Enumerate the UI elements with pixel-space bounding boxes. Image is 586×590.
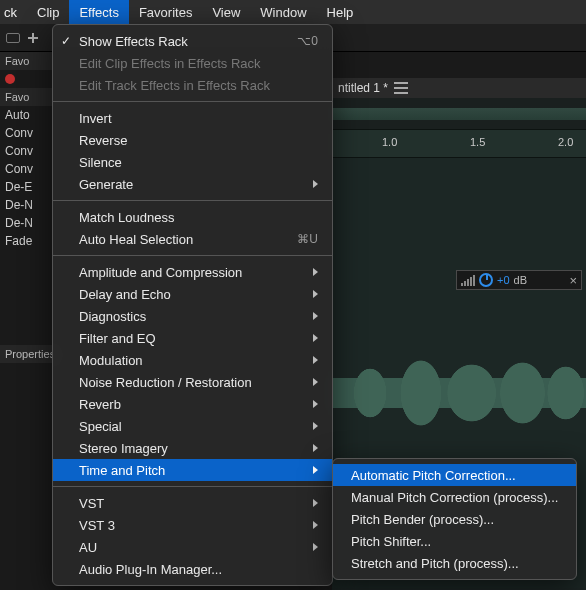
record-icon[interactable] <box>5 74 15 84</box>
menu-item-label: VST <box>79 496 104 511</box>
menu-item-amplitude[interactable]: Amplitude and Compression <box>53 261 332 283</box>
ruler-tick: 1.5 <box>470 136 485 148</box>
menu-item-label: Pitch Bender (process)... <box>351 512 494 527</box>
menu-shortcut: ⌥0 <box>297 34 318 48</box>
close-icon[interactable]: × <box>569 273 577 288</box>
submenu-item-manual-pitch-correction[interactable]: Manual Pitch Correction (process)... <box>333 486 576 508</box>
ruler-tick: 1.0 <box>382 136 397 148</box>
menu-item-au[interactable]: AU <box>53 536 332 558</box>
waveform <box>332 308 586 478</box>
menu-separator <box>53 486 332 487</box>
menu-item-label: Auto Heal Selection <box>79 232 193 247</box>
submenu-arrow-icon <box>313 268 318 276</box>
tab-menu-icon[interactable] <box>394 82 408 94</box>
menu-item-label: Show Effects Rack <box>79 34 188 49</box>
submenu-arrow-icon <box>313 499 318 507</box>
side-panel: Favo Favo Auto Conv Conv Conv De-E De-N … <box>0 52 52 250</box>
tab-title[interactable]: ntitled 1 * <box>338 81 388 95</box>
menu-item-reverb[interactable]: Reverb <box>53 393 332 415</box>
menu-favorites[interactable]: Favorites <box>129 0 202 24</box>
menu-item-label: Generate <box>79 177 133 192</box>
submenu-arrow-icon <box>313 356 318 364</box>
submenu-item-pitch-bender[interactable]: Pitch Bender (process)... <box>333 508 576 530</box>
menu-separator <box>53 101 332 102</box>
waveform-icon[interactable] <box>6 33 20 43</box>
menu-window[interactable]: Window <box>250 0 316 24</box>
submenu-arrow-icon <box>313 378 318 386</box>
menu-help[interactable]: Help <box>317 0 364 24</box>
submenu-arrow-icon <box>313 466 318 474</box>
menu-item-label: Reverse <box>79 133 127 148</box>
menu-item-label: Time and Pitch <box>79 463 165 478</box>
submenu-item-stretch-pitch[interactable]: Stretch and Pitch (process)... <box>333 552 576 574</box>
overview-waveform[interactable] <box>332 98 586 130</box>
properties-panel-header: Properties <box>0 345 52 363</box>
time-pitch-submenu: Automatic Pitch Correction... Manual Pit… <box>332 458 577 580</box>
submenu-item-pitch-shifter[interactable]: Pitch Shifter... <box>333 530 576 552</box>
submenu-arrow-icon <box>313 400 318 408</box>
menubar: ck Clip Effects Favorites View Window He… <box>0 0 586 24</box>
menu-item-label: Match Loudness <box>79 210 174 225</box>
menu-item-label: Edit Track Effects in Effects Rack <box>79 78 270 93</box>
submenu-arrow-icon <box>313 521 318 529</box>
panel-header-favorites: Favo <box>0 52 52 70</box>
menu-item-label: Amplitude and Compression <box>79 265 242 280</box>
add-icon[interactable] <box>26 31 40 45</box>
submenu-arrow-icon <box>313 334 318 342</box>
menu-item-show-effects-rack[interactable]: ✓ Show Effects Rack ⌥0 <box>53 30 332 52</box>
menu-item-silence[interactable]: Silence <box>53 151 332 173</box>
menu-item-label: Manual Pitch Correction (process)... <box>351 490 558 505</box>
list-item[interactable]: Conv <box>0 124 52 142</box>
menu-item-invert[interactable]: Invert <box>53 107 332 129</box>
submenu-arrow-icon <box>313 180 318 188</box>
menu-item-diagnostics[interactable]: Diagnostics <box>53 305 332 327</box>
menu-item-vst[interactable]: VST <box>53 492 332 514</box>
menu-item-filter-eq[interactable]: Filter and EQ <box>53 327 332 349</box>
time-ruler[interactable]: 1.0 1.5 2.0 <box>332 130 586 158</box>
menu-shortcut: ⌘U <box>297 232 318 246</box>
menu-item-plugin-manager[interactable]: Audio Plug-In Manager... <box>53 558 332 580</box>
menu-item-modulation[interactable]: Modulation <box>53 349 332 371</box>
submenu-item-auto-pitch-correction[interactable]: Automatic Pitch Correction... <box>333 464 576 486</box>
menu-item-label: Invert <box>79 111 112 126</box>
menu-separator <box>53 200 332 201</box>
menu-item-time-pitch[interactable]: Time and Pitch <box>53 459 332 481</box>
list-item[interactable]: De-N <box>0 196 52 214</box>
volume-hud[interactable]: +0 dB × <box>456 270 582 290</box>
menu-clip[interactable]: Clip <box>27 0 69 24</box>
menu-item-vst3[interactable]: VST 3 <box>53 514 332 536</box>
menu-item-noise-reduction[interactable]: Noise Reduction / Restoration <box>53 371 332 393</box>
menu-item-label: Silence <box>79 155 122 170</box>
submenu-arrow-icon <box>313 290 318 298</box>
menu-item-label: Modulation <box>79 353 143 368</box>
ruler-tick: 2.0 <box>558 136 573 148</box>
list-item[interactable]: De-N <box>0 214 52 232</box>
list-item[interactable]: Conv <box>0 142 52 160</box>
submenu-arrow-icon <box>313 543 318 551</box>
menu-item-stereo-imagery[interactable]: Stereo Imagery <box>53 437 332 459</box>
menu-item-generate[interactable]: Generate <box>53 173 332 195</box>
menu-item-special[interactable]: Special <box>53 415 332 437</box>
menu-view[interactable]: View <box>202 0 250 24</box>
menu-item-label: AU <box>79 540 97 555</box>
effects-menu: ✓ Show Effects Rack ⌥0 Edit Clip Effects… <box>52 24 333 586</box>
menu-track[interactable]: ck <box>0 0 27 24</box>
list-item[interactable]: De-E <box>0 178 52 196</box>
list-item[interactable]: Auto <box>0 106 52 124</box>
menu-item-label: Diagnostics <box>79 309 146 324</box>
menu-item-edit-clip-effects: Edit Clip Effects in Effects Rack <box>53 52 332 74</box>
menu-item-match-loudness[interactable]: Match Loudness <box>53 206 332 228</box>
level-meter-icon <box>461 274 475 286</box>
menu-item-label: VST 3 <box>79 518 115 533</box>
menu-item-auto-heal[interactable]: Auto Heal Selection⌘U <box>53 228 332 250</box>
menu-item-reverse[interactable]: Reverse <box>53 129 332 151</box>
list-item[interactable]: Fade <box>0 232 52 250</box>
gain-knob-icon[interactable] <box>479 273 493 287</box>
list-item[interactable]: Conv <box>0 160 52 178</box>
menu-item-label: Automatic Pitch Correction... <box>351 468 516 483</box>
menu-effects[interactable]: Effects <box>69 0 129 24</box>
menu-item-label: Edit Clip Effects in Effects Rack <box>79 56 261 71</box>
submenu-arrow-icon <box>313 444 318 452</box>
menu-item-label: Stretch and Pitch (process)... <box>351 556 519 571</box>
menu-item-delay-echo[interactable]: Delay and Echo <box>53 283 332 305</box>
